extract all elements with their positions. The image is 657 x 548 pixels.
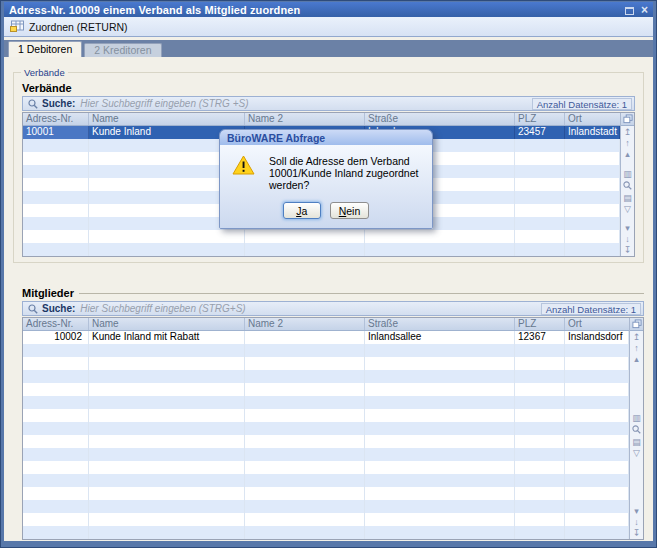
scroll-bottom-icon[interactable]: ↧ [633, 529, 641, 538]
filter-icon[interactable]: ▽ [624, 205, 631, 214]
no-button[interactable]: Nein [330, 202, 370, 219]
empty-cell [23, 383, 89, 396]
empty-cell [565, 526, 629, 539]
empty-cell [245, 243, 365, 256]
column-header[interactable]: Name 2 [245, 318, 365, 330]
column-chooser-icon[interactable] [630, 318, 643, 331]
tab-kreditoren[interactable]: 2 Kreditoren [84, 43, 161, 57]
tabstrip: 1 Debitoren 2 Kreditoren [4, 40, 653, 57]
cell-name[interactable]: Kunde Inland mit Rabatt [89, 331, 245, 344]
empty-cell [245, 461, 365, 474]
empty-cell [23, 487, 89, 500]
cell-plz[interactable]: 23457 [515, 126, 565, 139]
cell-adress-nr[interactable]: 10001 [23, 126, 89, 139]
scroll-bottom-icon[interactable]: ↧ [624, 246, 632, 255]
empty-cell [23, 513, 89, 526]
cell-adress-nr[interactable]: 10002 [23, 331, 89, 344]
empty-cell [23, 461, 89, 474]
scroll-top-icon[interactable]: ↥ [633, 333, 641, 342]
verbaende-search-input[interactable]: Suche: Hier Suchbegriff eingeben (STRG +… [22, 96, 635, 111]
table-row-empty[interactable] [23, 243, 620, 256]
empty-cell [515, 513, 565, 526]
empty-cell [365, 409, 515, 422]
cell-plz[interactable]: 12367 [515, 331, 565, 344]
table-row-empty[interactable] [23, 230, 620, 243]
columns-view-icon[interactable]: ▥ [623, 170, 632, 179]
empty-cell [515, 152, 565, 165]
row-up-icon[interactable]: ▴ [625, 150, 630, 159]
empty-cell [515, 344, 565, 357]
close-window-icon[interactable]: × [641, 5, 648, 15]
empty-cell [23, 165, 89, 178]
scroll-down-icon[interactable]: ↓ [634, 518, 639, 527]
table-row-empty[interactable] [23, 500, 629, 513]
scroll-up-icon[interactable]: ↑ [625, 139, 630, 148]
column-header[interactable]: Ort [565, 318, 629, 330]
table-row-empty[interactable] [23, 344, 629, 357]
empty-cell [23, 230, 89, 243]
heading-rule [79, 293, 644, 294]
scroll-down-icon[interactable]: ↓ [625, 235, 630, 244]
empty-cell [365, 526, 515, 539]
table-row[interactable]: 10002 Kunde Inland mit Rabatt Inlandsall… [23, 331, 629, 344]
empty-cell [565, 409, 629, 422]
empty-cell [23, 422, 89, 435]
filter-icon[interactable]: ▽ [633, 449, 640, 458]
column-header[interactable]: Adress-Nr. [23, 113, 89, 125]
table-row-empty[interactable] [23, 383, 629, 396]
table-row-empty[interactable] [23, 474, 629, 487]
verbaende-group-legend: Verbände [21, 67, 68, 78]
empty-cell [365, 344, 515, 357]
column-header[interactable]: PLZ [515, 318, 565, 330]
list-view-icon[interactable]: ▤ [623, 194, 632, 203]
column-header[interactable]: PLZ [515, 113, 565, 125]
empty-cell [565, 513, 629, 526]
table-search-icon[interactable] [632, 425, 641, 436]
row-down-icon[interactable]: ▾ [634, 507, 639, 516]
columns-view-icon[interactable]: ▥ [632, 414, 641, 423]
verbaende-heading: Verbände [22, 82, 635, 94]
empty-cell [515, 526, 565, 539]
table-row-empty[interactable] [23, 422, 629, 435]
table-row-empty[interactable] [23, 357, 629, 370]
table-row-empty[interactable] [23, 396, 629, 409]
scroll-up-icon[interactable]: ↑ [634, 344, 639, 353]
empty-cell [245, 474, 365, 487]
empty-cell [245, 396, 365, 409]
table-row-empty[interactable] [23, 513, 629, 526]
column-header[interactable]: Name [89, 318, 245, 330]
scroll-top-icon[interactable]: ↥ [624, 128, 632, 137]
table-row-empty[interactable] [23, 409, 629, 422]
cell-name2[interactable] [245, 331, 365, 344]
table-row-empty[interactable] [23, 448, 629, 461]
column-header[interactable]: Name 2 [245, 113, 365, 125]
column-header[interactable]: Straße [365, 113, 515, 125]
table-row-empty[interactable] [23, 370, 629, 383]
column-header[interactable]: Name [89, 113, 245, 125]
column-header[interactable]: Straße [365, 318, 515, 330]
empty-cell [365, 370, 515, 383]
mitglieder-search-input[interactable]: Suche: Hier Suchbegriff eingeben (STRG+S… [22, 301, 644, 316]
table-search-icon[interactable] [623, 181, 632, 192]
cell-ort[interactable]: Inlandstadt [565, 126, 620, 139]
row-up-icon[interactable]: ▴ [634, 355, 639, 364]
cell-strasse[interactable]: Inlandsallee [365, 331, 515, 344]
yes-button[interactable]: Ja [283, 202, 321, 219]
tab-debitoren[interactable]: 1 Debitoren [8, 41, 82, 57]
list-view-icon[interactable]: ▤ [632, 438, 641, 447]
restore-window-icon[interactable] [625, 1, 634, 19]
empty-cell [515, 370, 565, 383]
toolbar: Zuordnen (RETURN) [4, 17, 653, 37]
table-row-empty[interactable] [23, 487, 629, 500]
cell-ort[interactable]: Inslandsdorf [565, 331, 629, 344]
table-row-empty[interactable] [23, 435, 629, 448]
row-down-icon[interactable]: ▾ [625, 224, 630, 233]
column-header[interactable]: Ort [565, 113, 620, 125]
assign-button[interactable]: Zuordnen (RETURN) [10, 20, 128, 34]
table-row-empty[interactable] [23, 526, 629, 539]
column-chooser-icon[interactable] [621, 113, 634, 126]
table-row-empty[interactable] [23, 461, 629, 474]
search-icon [28, 99, 38, 109]
column-header[interactable]: Adress-Nr. [23, 318, 89, 330]
empty-cell [365, 383, 515, 396]
